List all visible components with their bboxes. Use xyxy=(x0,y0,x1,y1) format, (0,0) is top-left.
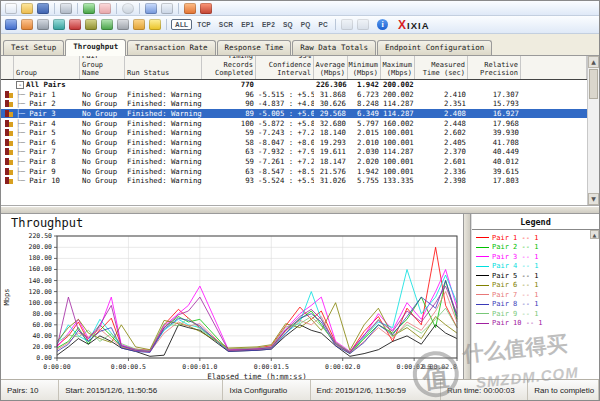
pair-name: Pair 10 xyxy=(29,176,60,185)
add-pair-icon[interactable] xyxy=(21,19,33,30)
table-row-pair-3[interactable]: ├─ Pair 3No GroupFinished: Warning(s)89-… xyxy=(1,109,587,119)
confidence-interval-cell: -7.261 : +7.261 xyxy=(256,157,314,166)
save-icon[interactable] xyxy=(37,3,49,14)
all-pairs-group-row[interactable]: -All Pairs770226.3061.942200.002 xyxy=(1,80,587,90)
filter-pc-button[interactable]: PC xyxy=(316,19,331,30)
measured-time-cell: 2.408 xyxy=(415,109,468,118)
legend-title: Legend xyxy=(472,214,599,230)
table-row-pair-4[interactable]: ├─ Pair 4No GroupFinished: Warning(s)100… xyxy=(1,118,587,128)
legend-scrollbar[interactable]: ▲ xyxy=(590,230,599,381)
column-header[interactable]: Minimum (Mbps) xyxy=(348,56,381,79)
filter-ep1-button[interactable]: EP1 xyxy=(238,19,257,30)
print-icon[interactable] xyxy=(60,3,72,14)
tab-test-setup[interactable]: Test Setup xyxy=(3,40,64,55)
voip-pair-icon[interactable] xyxy=(85,19,97,30)
filter-all-button[interactable]: ALL xyxy=(171,19,192,30)
table-row-pair-5[interactable]: ├─ Pair 5No GroupFinished: Warning(s)59-… xyxy=(1,128,587,138)
table-row-pair-10[interactable]: └─ Pair 10No GroupFinished: Warning(s)93… xyxy=(1,176,587,186)
run-test-icon[interactable] xyxy=(83,3,95,14)
legend-item[interactable]: Pair 2 -- 1 xyxy=(474,243,588,253)
pair-status-cell xyxy=(1,109,14,118)
legend-item[interactable]: Pair 3 -- 1 xyxy=(474,252,588,262)
run-options-icon[interactable] xyxy=(149,19,161,30)
pair-status-cell xyxy=(1,147,14,156)
info-icon[interactable]: i xyxy=(377,19,388,30)
pair-status-cell xyxy=(1,167,14,176)
status-segment-3: End: 2015/12/6, 11:50:59 xyxy=(311,380,441,400)
column-header[interactable]: Relative Precision xyxy=(468,56,521,79)
table-row-pair-1[interactable]: ├─ Pair 1No GroupFinished: Warning(s)96-… xyxy=(1,90,587,100)
table-body: -All Pairs770226.3061.942200.002├─ Pair … xyxy=(1,80,587,186)
multicast-group-icon[interactable] xyxy=(133,19,145,30)
legend-item[interactable]: Pair 6 -- 1 xyxy=(474,281,588,291)
legend-item-label: Pair 9 -- 1 xyxy=(492,310,538,318)
column-header[interactable]: Timing Records Completed xyxy=(202,56,256,79)
paste-results-icon[interactable] xyxy=(145,3,157,14)
swap-pairs-icon[interactable] xyxy=(5,19,17,30)
connect-endpoints-icon[interactable] xyxy=(53,19,65,30)
average-cell: 29.568 xyxy=(314,109,348,118)
table-row-pair-9[interactable]: ├─ Pair 9No GroupFinished: Warning(s)63-… xyxy=(1,166,587,176)
table-row-pair-6[interactable]: ├─ Pair 6No GroupFinished: Warning(s)58-… xyxy=(1,138,587,148)
table-row-pair-2[interactable]: ├─ Pair 2No GroupFinished: Warning(s)90-… xyxy=(1,99,587,109)
column-header[interactable]: Run Status xyxy=(125,56,202,79)
refresh-icon[interactable] xyxy=(122,3,134,14)
endpoint-group-1-icon[interactable] xyxy=(184,3,196,14)
legend-item[interactable]: Pair 10 -- 1 xyxy=(474,319,588,329)
legend-line-sample xyxy=(476,237,489,238)
traffic-profile-icon[interactable] xyxy=(117,19,129,30)
minimum-cell: 6.723 xyxy=(348,90,381,99)
table-scrollbar[interactable]: ▲ ▼ xyxy=(587,56,599,205)
legend-item[interactable]: Pair 4 -- 1 xyxy=(474,262,588,272)
legend-item[interactable]: Pair 1 -- 1 xyxy=(474,233,588,243)
filter-scr-button[interactable]: SCR xyxy=(216,19,236,30)
legend-item[interactable]: Pair 5 -- 1 xyxy=(474,271,588,281)
horizontal-splitter[interactable] xyxy=(1,206,599,214)
legend-scroll-up-icon[interactable]: ▲ xyxy=(590,230,599,239)
column-header[interactable]: Average (Mbps) xyxy=(314,56,348,79)
tab-throughput[interactable]: Throughput xyxy=(65,39,126,56)
legend-item[interactable]: Pair 9 -- 1 xyxy=(474,309,588,319)
column-header[interactable]: 95% Confidence Interval xyxy=(256,56,314,79)
tree-branch: ├─ xyxy=(16,109,29,118)
confidence-interval-cell: -5.515 : +5.515 xyxy=(256,90,314,99)
precision-cell: 39.615 xyxy=(468,167,521,176)
average-cell: 18.140 xyxy=(314,128,348,137)
video-pair-icon[interactable] xyxy=(69,19,81,30)
scroll-down-icon[interactable]: ▼ xyxy=(588,193,599,205)
column-header[interactable]: Pair Group Name xyxy=(80,56,125,79)
hardware-pairs-icon[interactable] xyxy=(101,19,113,30)
legend-line-sample xyxy=(476,285,489,286)
vertical-splitter[interactable] xyxy=(463,214,471,381)
stop-test-icon[interactable] xyxy=(99,3,111,14)
legend-item-label: Pair 4 -- 1 xyxy=(492,262,538,270)
open-folder-icon[interactable] xyxy=(21,3,33,14)
new-document-icon[interactable] xyxy=(5,3,17,14)
group-label: All Pairs xyxy=(26,80,66,89)
filter-ep2-button[interactable]: EP2 xyxy=(259,19,278,30)
minimum-cell: 1.942 xyxy=(348,167,381,176)
toolbar-separator xyxy=(166,19,167,30)
scroll-up-icon[interactable]: ▲ xyxy=(588,56,599,68)
column-header[interactable]: Measured Time (sec) xyxy=(415,56,468,79)
tab-raw-data-totals[interactable]: Raw Data Totals xyxy=(292,40,376,55)
column-header[interactable]: Group xyxy=(14,56,80,79)
collapse-icon[interactable]: - xyxy=(16,81,24,89)
copy-graph-icon[interactable] xyxy=(161,3,173,14)
legend-item[interactable]: Pair 8 -- 1 xyxy=(474,300,588,310)
filter-pq-button[interactable]: PQ xyxy=(298,19,314,30)
pair-status-cell xyxy=(1,138,14,147)
table-row-pair-7[interactable]: ├─ Pair 7No GroupFinished: Warning(s)63-… xyxy=(1,147,587,157)
tree-branch: └─ xyxy=(16,176,29,185)
table-row-pair-8[interactable]: ├─ Pair 8No GroupFinished: Warning(s)59-… xyxy=(1,157,587,167)
tab-response-time[interactable]: Response Time xyxy=(217,40,292,55)
filter-sq-button[interactable]: SQ xyxy=(280,19,296,30)
tab-transaction-rate[interactable]: Transaction Rate xyxy=(127,40,215,55)
endpoint-group-2-icon[interactable] xyxy=(200,3,212,14)
tab-endpoint-configuration[interactable]: Endpoint Configuration xyxy=(377,40,492,55)
legend-item[interactable]: Pair 7 -- 1 xyxy=(474,290,588,300)
edit-pair-icon[interactable] xyxy=(37,19,49,30)
scrollbar-thumb[interactable] xyxy=(589,69,598,99)
column-header[interactable]: Maximum (Mbps) xyxy=(381,56,415,79)
filter-tcp-button[interactable]: TCP xyxy=(194,19,214,30)
